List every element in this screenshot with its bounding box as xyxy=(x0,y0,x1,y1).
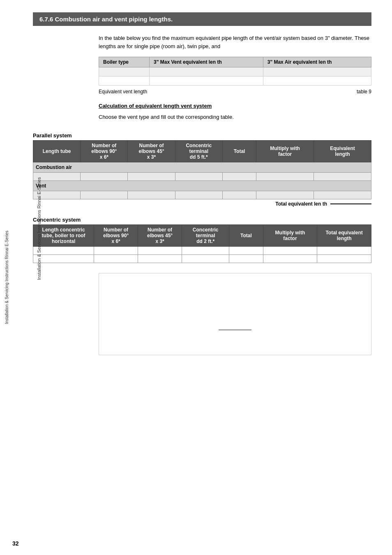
total-equiv-label: Total equivalent len th xyxy=(275,201,327,207)
parallel-header-total: Total xyxy=(222,141,256,162)
parallel-table: Length tube Number ofelbows 90°x 6* Numb… xyxy=(33,140,371,199)
concentric-table: Length concentrictube, boiler to roofhor… xyxy=(33,224,371,263)
parallel-vent-data-row xyxy=(33,191,371,199)
parallel-combustion-label-row: Combustion air xyxy=(33,162,371,173)
page-number: 32 xyxy=(12,540,19,547)
parallel-header-elbows45: Number ofelbows 45°x 3* xyxy=(128,141,175,162)
parallel-header-elbows90: Number ofelbows 90°x 6* xyxy=(81,141,128,162)
boiler-table-header-type: Boiler type xyxy=(99,57,150,67)
parallel-vent-label-row: Vent xyxy=(33,181,371,191)
conc-header-elbows45: Number ofelbows 45°x 3* xyxy=(138,225,182,247)
bottom-box-line xyxy=(219,330,251,330)
conc-header-total: Total xyxy=(229,225,263,247)
concentric-system-title: Concentric system xyxy=(33,217,371,223)
bottom-box xyxy=(99,273,371,355)
total-equiv-row: Total equivalent len th xyxy=(33,201,371,207)
parallel-header-equiv: Equivalentlength xyxy=(314,141,371,162)
conc-header-equiv: Total equivalentlength xyxy=(317,225,371,247)
side-label-text: Installation & Servicing Instructions Ri… xyxy=(5,231,9,324)
conc-header-terminal: Concentricterminaldd 2 ft.* xyxy=(182,225,229,247)
intro-text: In the table below you find the maximum … xyxy=(99,34,371,50)
parallel-header-multiply: Multiply withfactor xyxy=(256,141,314,162)
conc-header-multiply: Multiply withfactor xyxy=(263,225,317,247)
boiler-table-header-air: 3" Max Air equivalent len th xyxy=(263,57,371,67)
section-header: 6.7.6 Combustion air and vent piping len… xyxy=(33,12,371,26)
concentric-system: Concentric system Length concentrictube,… xyxy=(33,217,371,263)
parallel-header-concentric: Concentricterminaldd 5 ft.* xyxy=(175,141,222,162)
boiler-table-header-vent: 3" Max Vent equivalent len th xyxy=(150,57,263,67)
table-caption: Equivalent vent length table 9 xyxy=(99,89,371,95)
equiv-vent-label: Equivalent vent length xyxy=(99,89,147,95)
parallel-system-title: Parallel system xyxy=(33,132,371,139)
choose-text: Choose the vent type and fill out the co… xyxy=(99,114,371,120)
calc-heading: Calculation of equivalent length vent sy… xyxy=(99,103,371,109)
conc-header-length: Length concentrictube, boiler to roofhor… xyxy=(33,225,94,247)
boiler-table-row-1 xyxy=(99,67,371,76)
parallel-system: Parallel system Length tube Number ofelb… xyxy=(33,132,371,207)
conc-header-elbows90: Number ofelbows 90°x 6* xyxy=(94,225,138,247)
side-label-container: Installation & Servicing Instructions Ri… xyxy=(2,0,11,555)
parallel-header-length: Length tube xyxy=(33,141,81,162)
boiler-table-row-2 xyxy=(99,76,371,86)
parallel-combustion-data-row xyxy=(33,173,371,181)
boiler-table: Boiler type 3" Max Vent equivalent len t… xyxy=(99,57,371,86)
table-number: table 9 xyxy=(357,89,371,95)
conc-row-1 xyxy=(33,247,371,255)
conc-row-2 xyxy=(33,255,371,263)
total-equiv-line xyxy=(330,204,371,204)
